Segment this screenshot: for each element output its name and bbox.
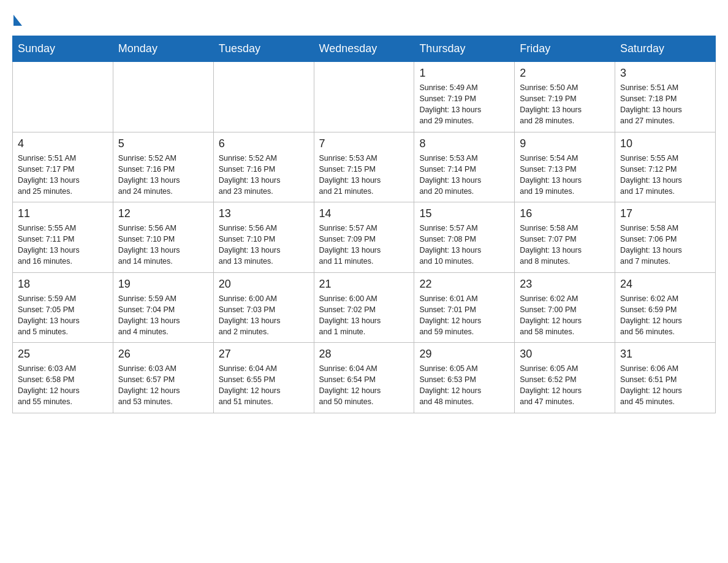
day-info: Sunrise: 6:03 AM Sunset: 6:57 PM Dayligh… xyxy=(118,363,208,408)
calendar-day-cell: 10Sunrise: 5:55 AM Sunset: 7:12 PM Dayli… xyxy=(615,132,716,202)
day-info: Sunrise: 5:52 AM Sunset: 7:16 PM Dayligh… xyxy=(118,153,208,197)
day-number: 20 xyxy=(219,278,309,291)
day-number: 14 xyxy=(319,207,409,220)
calendar-day-cell: 5Sunrise: 5:52 AM Sunset: 7:16 PM Daylig… xyxy=(113,132,213,202)
calendar-day-cell xyxy=(113,62,213,132)
calendar-day-cell: 17Sunrise: 5:58 AM Sunset: 7:06 PM Dayli… xyxy=(615,202,716,273)
day-number: 8 xyxy=(419,137,509,150)
calendar-day-cell: 8Sunrise: 5:53 AM Sunset: 7:14 PM Daylig… xyxy=(414,132,515,202)
day-info: Sunrise: 5:56 AM Sunset: 7:10 PM Dayligh… xyxy=(118,223,208,267)
calendar-day-header: Tuesday xyxy=(213,36,314,62)
day-number: 25 xyxy=(18,348,108,361)
calendar-week-row: 18Sunrise: 5:59 AM Sunset: 7:05 PM Dayli… xyxy=(13,272,716,343)
day-number: 28 xyxy=(319,348,409,361)
logo xyxy=(12,12,22,23)
day-number: 12 xyxy=(118,207,208,220)
calendar-day-cell: 25Sunrise: 6:03 AM Sunset: 6:58 PM Dayli… xyxy=(13,343,113,413)
day-info: Sunrise: 5:51 AM Sunset: 7:18 PM Dayligh… xyxy=(620,82,710,127)
day-number: 23 xyxy=(520,278,610,291)
day-info: Sunrise: 5:55 AM Sunset: 7:12 PM Dayligh… xyxy=(620,153,710,197)
day-number: 10 xyxy=(620,137,710,150)
day-number: 2 xyxy=(520,67,610,80)
calendar-header-row: SundayMondayTuesdayWednesdayThursdayFrid… xyxy=(13,36,716,62)
day-number: 6 xyxy=(219,137,309,150)
day-number: 31 xyxy=(620,348,710,361)
calendar-day-header: Saturday xyxy=(615,36,716,62)
day-number: 15 xyxy=(419,207,509,220)
day-number: 26 xyxy=(118,348,208,361)
day-info: Sunrise: 6:03 AM Sunset: 6:58 PM Dayligh… xyxy=(18,363,108,408)
calendar-day-cell: 11Sunrise: 5:55 AM Sunset: 7:11 PM Dayli… xyxy=(13,202,113,273)
calendar-day-header: Wednesday xyxy=(314,36,414,62)
calendar-day-cell: 19Sunrise: 5:59 AM Sunset: 7:04 PM Dayli… xyxy=(113,272,213,343)
day-info: Sunrise: 5:51 AM Sunset: 7:17 PM Dayligh… xyxy=(18,153,108,197)
calendar-day-cell: 24Sunrise: 6:02 AM Sunset: 6:59 PM Dayli… xyxy=(615,272,716,343)
day-number: 18 xyxy=(18,278,108,291)
day-number: 1 xyxy=(419,67,509,80)
calendar-day-cell: 20Sunrise: 6:00 AM Sunset: 7:03 PM Dayli… xyxy=(213,272,314,343)
day-number: 27 xyxy=(219,348,309,361)
day-info: Sunrise: 5:58 AM Sunset: 7:07 PM Dayligh… xyxy=(520,223,610,267)
day-info: Sunrise: 6:02 AM Sunset: 6:59 PM Dayligh… xyxy=(620,293,710,338)
day-number: 29 xyxy=(419,348,509,361)
day-info: Sunrise: 5:50 AM Sunset: 7:19 PM Dayligh… xyxy=(520,82,610,127)
calendar-day-cell xyxy=(213,62,314,132)
calendar-table: SundayMondayTuesdayWednesdayThursdayFrid… xyxy=(12,36,716,413)
calendar-day-cell: 21Sunrise: 6:00 AM Sunset: 7:02 PM Dayli… xyxy=(314,272,414,343)
day-number: 24 xyxy=(620,278,710,291)
calendar-day-cell: 1Sunrise: 5:49 AM Sunset: 7:19 PM Daylig… xyxy=(414,62,515,132)
calendar-day-header: Thursday xyxy=(414,36,515,62)
day-info: Sunrise: 6:00 AM Sunset: 7:02 PM Dayligh… xyxy=(319,293,409,338)
calendar-day-cell: 7Sunrise: 5:53 AM Sunset: 7:15 PM Daylig… xyxy=(314,132,414,202)
day-number: 5 xyxy=(118,137,208,150)
day-number: 13 xyxy=(219,207,309,220)
calendar-week-row: 4Sunrise: 5:51 AM Sunset: 7:17 PM Daylig… xyxy=(13,132,716,202)
calendar-day-cell: 26Sunrise: 6:03 AM Sunset: 6:57 PM Dayli… xyxy=(113,343,213,413)
day-info: Sunrise: 6:01 AM Sunset: 7:01 PM Dayligh… xyxy=(419,293,509,338)
calendar-day-cell: 22Sunrise: 6:01 AM Sunset: 7:01 PM Dayli… xyxy=(414,272,515,343)
day-number: 21 xyxy=(319,278,409,291)
calendar-day-cell: 18Sunrise: 5:59 AM Sunset: 7:05 PM Dayli… xyxy=(13,272,113,343)
day-number: 3 xyxy=(620,67,710,80)
day-number: 11 xyxy=(18,207,108,220)
calendar-day-cell: 28Sunrise: 6:04 AM Sunset: 6:54 PM Dayli… xyxy=(314,343,414,413)
day-info: Sunrise: 5:57 AM Sunset: 7:08 PM Dayligh… xyxy=(419,223,509,267)
page-header xyxy=(12,12,716,23)
day-info: Sunrise: 5:56 AM Sunset: 7:10 PM Dayligh… xyxy=(219,223,309,267)
calendar-day-cell xyxy=(314,62,414,132)
calendar-day-cell: 14Sunrise: 5:57 AM Sunset: 7:09 PM Dayli… xyxy=(314,202,414,273)
day-info: Sunrise: 6:05 AM Sunset: 6:52 PM Dayligh… xyxy=(520,363,610,408)
day-info: Sunrise: 5:53 AM Sunset: 7:15 PM Dayligh… xyxy=(319,153,409,197)
day-info: Sunrise: 5:52 AM Sunset: 7:16 PM Dayligh… xyxy=(219,153,309,197)
day-info: Sunrise: 6:04 AM Sunset: 6:54 PM Dayligh… xyxy=(319,363,409,408)
day-number: 30 xyxy=(520,348,610,361)
calendar-day-cell: 30Sunrise: 6:05 AM Sunset: 6:52 PM Dayli… xyxy=(515,343,615,413)
day-info: Sunrise: 5:53 AM Sunset: 7:14 PM Dayligh… xyxy=(419,153,509,197)
day-info: Sunrise: 5:58 AM Sunset: 7:06 PM Dayligh… xyxy=(620,223,710,267)
day-number: 17 xyxy=(620,207,710,220)
calendar-day-cell: 13Sunrise: 5:56 AM Sunset: 7:10 PM Dayli… xyxy=(213,202,314,273)
calendar-day-cell: 6Sunrise: 5:52 AM Sunset: 7:16 PM Daylig… xyxy=(213,132,314,202)
day-info: Sunrise: 6:04 AM Sunset: 6:55 PM Dayligh… xyxy=(219,363,309,408)
calendar-day-cell: 2Sunrise: 5:50 AM Sunset: 7:19 PM Daylig… xyxy=(515,62,615,132)
calendar-day-cell: 31Sunrise: 6:06 AM Sunset: 6:51 PM Dayli… xyxy=(615,343,716,413)
calendar-day-cell: 16Sunrise: 5:58 AM Sunset: 7:07 PM Dayli… xyxy=(515,202,615,273)
day-info: Sunrise: 5:59 AM Sunset: 7:05 PM Dayligh… xyxy=(18,293,108,338)
day-number: 9 xyxy=(520,137,610,150)
day-info: Sunrise: 5:49 AM Sunset: 7:19 PM Dayligh… xyxy=(419,82,509,127)
day-info: Sunrise: 6:05 AM Sunset: 6:53 PM Dayligh… xyxy=(419,363,509,408)
day-info: Sunrise: 6:02 AM Sunset: 7:00 PM Dayligh… xyxy=(520,293,610,338)
calendar-day-cell: 23Sunrise: 6:02 AM Sunset: 7:00 PM Dayli… xyxy=(515,272,615,343)
day-number: 7 xyxy=(319,137,409,150)
day-info: Sunrise: 5:59 AM Sunset: 7:04 PM Dayligh… xyxy=(118,293,208,338)
calendar-week-row: 1Sunrise: 5:49 AM Sunset: 7:19 PM Daylig… xyxy=(13,62,716,132)
day-info: Sunrise: 6:06 AM Sunset: 6:51 PM Dayligh… xyxy=(620,363,710,408)
calendar-day-cell: 3Sunrise: 5:51 AM Sunset: 7:18 PM Daylig… xyxy=(615,62,716,132)
calendar-day-cell: 9Sunrise: 5:54 AM Sunset: 7:13 PM Daylig… xyxy=(515,132,615,202)
calendar-day-header: Friday xyxy=(515,36,615,62)
calendar-day-cell: 4Sunrise: 5:51 AM Sunset: 7:17 PM Daylig… xyxy=(13,132,113,202)
day-number: 4 xyxy=(18,137,108,150)
calendar-day-cell xyxy=(13,62,113,132)
logo-arrow-icon xyxy=(13,15,22,26)
calendar-day-cell: 29Sunrise: 6:05 AM Sunset: 6:53 PM Dayli… xyxy=(414,343,515,413)
